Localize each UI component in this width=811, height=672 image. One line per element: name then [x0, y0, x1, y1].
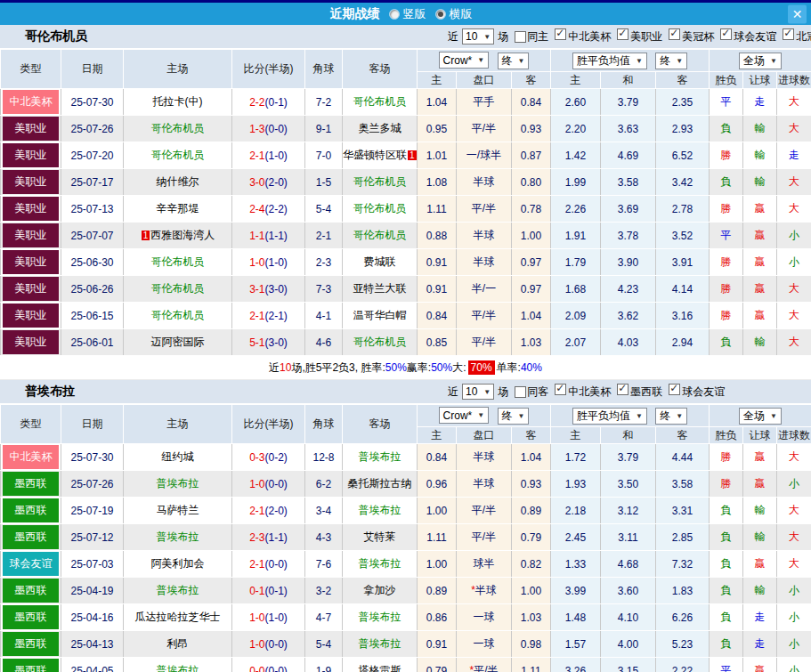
close-icon[interactable]: ✕ [788, 4, 807, 23]
goals-flag: 大 [777, 196, 811, 223]
match-row: 墨西联25-04-19普埃布拉0-1(0-1)3-2拿加沙0.89*半球1.00… [1, 578, 811, 604]
handicap-result-flag: 贏 [743, 223, 777, 249]
avg-odds-select[interactable]: 胜平负均值▼ [572, 53, 647, 69]
league-label[interactable]: 中北美杯 [568, 385, 611, 398]
corner-score: 7-0 [305, 142, 343, 169]
handicap-away-odds: 0.78 [512, 196, 551, 223]
col-type: 类型 [1, 50, 61, 89]
final-odds-value: 终 [502, 53, 513, 69]
vertical-option-label[interactable]: 竖版 [403, 6, 426, 22]
euro-away-odds: 3.91 [656, 249, 710, 276]
euro-home-odds: 1.68 [551, 276, 601, 303]
handicap-line: 半球 [457, 444, 512, 471]
radio-icon-horizontal-selected[interactable] [435, 9, 446, 20]
chevron-down-icon: ▼ [477, 411, 484, 419]
home-team: 普埃布拉 [124, 658, 232, 672]
chevron-down-icon: ▼ [483, 388, 491, 396]
handicap-away-odds: 1.00 [512, 578, 551, 604]
league-label[interactable]: 美冠杯 [682, 30, 714, 43]
horizontal-option-label[interactable]: 横版 [450, 6, 473, 22]
star-icon: * [471, 584, 475, 596]
scope-select[interactable]: 全场▼ [739, 53, 782, 69]
same-venue-label-2[interactable]: 同客 [527, 385, 548, 400]
league-checkbox[interactable]: ✓ [617, 384, 629, 395]
corner-score: 5-4 [305, 196, 343, 223]
same-venue-checkbox[interactable] [515, 31, 526, 43]
layout-option-vertical[interactable]: 竖版 [389, 6, 426, 22]
league-checkbox[interactable]: ✓ [783, 28, 794, 40]
match-date: 25-06-26 [61, 276, 124, 303]
euro-draw-odds: 3.62 [601, 303, 656, 329]
handicap-home-odds: 0.96 [418, 471, 457, 498]
scope-select[interactable]: 全场▼ [739, 408, 782, 425]
col-result: 胜负 [710, 72, 743, 89]
goals-flag: 小 [777, 658, 811, 672]
match-date: 25-04-05 [61, 658, 124, 672]
league-type-badge: 墨西联 [1, 471, 61, 498]
euro-away-odds: 3.42 [656, 169, 710, 196]
match-count-select[interactable]: 10▼ [462, 28, 494, 45]
col-away: 客场 [343, 405, 418, 444]
handicap-home-odds: 1.11 [418, 524, 457, 551]
league-type-badge: 墨西联 [1, 498, 61, 524]
league-type-badge: 球会友谊 [1, 551, 61, 578]
result-flag: 平 [710, 89, 743, 116]
league-label[interactable]: 北冠杯 [796, 30, 811, 43]
league-checkbox[interactable]: ✓ [555, 28, 566, 40]
layout-option-horizontal[interactable]: 横版 [435, 6, 473, 22]
final-odds-select-2[interactable]: 终▼ [655, 408, 687, 425]
league-checkbox[interactable]: ✓ [669, 28, 680, 40]
euro-home-odds: 2.20 [551, 116, 601, 142]
league-type-badge: 美职业 [1, 196, 61, 223]
win-rate-value: 50% [385, 361, 407, 374]
avg-odds-select[interactable]: 胜平负均值▼ [572, 408, 647, 425]
result-flag: 負 [710, 169, 743, 196]
odds-company-value: Crow* [443, 54, 473, 67]
league-label[interactable]: 中北美杯 [568, 30, 611, 43]
match-count-select-2[interactable]: 10▼ [462, 384, 494, 400]
home-team: 1西雅图海湾人 [124, 223, 232, 249]
away-team: 艾特莱 [343, 524, 418, 551]
avg-odds-value: 胜平负均值 [577, 53, 630, 69]
match-score: 2-2(0-1) [232, 89, 305, 116]
result-flag: 勝 [710, 196, 743, 223]
corner-score: 4-3 [305, 524, 343, 551]
handicap-result-flag: 輸 [743, 329, 777, 356]
handicap-away-odds: 1.03 [512, 329, 551, 356]
handicap-result-flag: 贏 [743, 471, 777, 498]
handicap-line: 半球 [457, 471, 512, 498]
final-odds-select[interactable]: 终▼ [498, 408, 530, 425]
same-venue-checkbox-2[interactable] [515, 386, 526, 398]
final-odds-select-2[interactable]: 终▼ [655, 53, 687, 69]
league-label[interactable]: 球会友谊 [734, 30, 776, 43]
handicap-home-odds: 1.00 [418, 551, 457, 578]
league-checkbox[interactable]: ✓ [617, 28, 629, 40]
handicap-line: 一/球半 [457, 142, 512, 169]
handicap-home-odds: 1.08 [418, 169, 457, 196]
odds-company-select[interactable]: Crow*▼ [439, 52, 490, 69]
euro-home-odds: 2.18 [551, 498, 601, 524]
league-checkbox[interactable]: ✓ [720, 28, 732, 40]
league-label[interactable]: 球会友谊 [682, 385, 725, 398]
league-type-badge: 美职业 [1, 142, 61, 169]
handicap-away-odds: 0.93 [512, 116, 551, 142]
same-venue-label[interactable]: 同主 [527, 29, 548, 45]
odds-company-select[interactable]: Crow*▼ [439, 407, 490, 424]
league-label[interactable]: 美职业 [630, 30, 662, 43]
handicap-away-odds: 0.82 [512, 551, 551, 578]
handicap-away-odds: 1.00 [512, 223, 551, 249]
corner-score: 9-1 [305, 116, 343, 142]
handicap-away-odds: 0.93 [512, 471, 551, 498]
handicap-home-odds: 0.88 [418, 223, 457, 249]
handicap-group-header: Crow*▼ 终▼ [418, 405, 551, 427]
filter-controls-2: 近 10▼ 场 同客 ✓中北美杯✓墨西联✓球会友谊 [448, 384, 725, 400]
euro-draw-odds: 4.23 [601, 276, 656, 303]
handicap-result-flag: 贏 [743, 249, 777, 276]
league-checkbox[interactable]: ✓ [669, 384, 680, 395]
col-handicap-result: 让球 [743, 72, 777, 89]
match-date: 25-04-16 [61, 604, 124, 631]
league-checkbox[interactable]: ✓ [555, 384, 566, 395]
final-odds-select[interactable]: 终▼ [498, 53, 530, 69]
radio-icon-vertical[interactable] [389, 9, 400, 20]
league-label[interactable]: 墨西联 [630, 385, 662, 398]
